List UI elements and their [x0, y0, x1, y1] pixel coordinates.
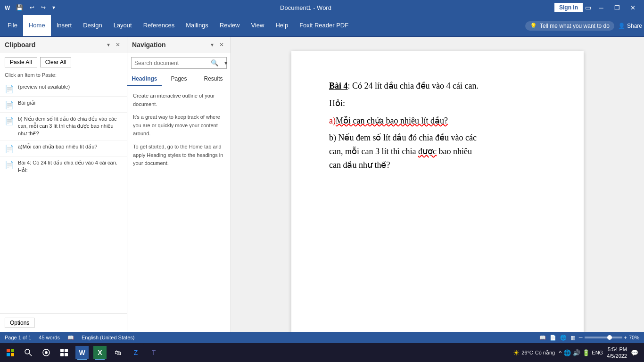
taskbar: W X 🛍 Z T ☀ 26°C Có nắng ^ 🌐 🔊 🔋 ENG 5:5…: [0, 343, 644, 362]
zoom-taskbar-app[interactable]: Z: [127, 344, 144, 361]
tab-insert[interactable]: Insert: [51, 15, 78, 36]
tab-mailings[interactable]: Mailings: [180, 15, 214, 36]
close-button[interactable]: ✕: [626, 1, 640, 14]
doc-a-content: Mỗi can chứa bao nhiêu lít dầu?: [336, 116, 448, 125]
zoom-in-button[interactable]: +: [624, 335, 627, 340]
start-button[interactable]: [2, 344, 19, 361]
nav-content-line1: Create an interactive outline of your do…: [133, 92, 225, 108]
battery-icon[interactable]: 🔋: [582, 349, 590, 356]
spelling-icon[interactable]: 📖: [67, 335, 74, 341]
cortana-button[interactable]: [38, 344, 55, 361]
svg-text:W: W: [5, 5, 10, 11]
page-info[interactable]: Page 1 of 1: [5, 335, 31, 340]
notification-icon[interactable]: 💬: [631, 349, 638, 356]
svg-rect-5: [11, 353, 14, 356]
tell-me-label: Tell me what you want to do: [540, 23, 610, 29]
nav-expand-button[interactable]: ▾: [209, 41, 215, 49]
search-button[interactable]: 🔍: [208, 58, 222, 68]
tab-view[interactable]: View: [245, 15, 270, 36]
statusbar-right: 📖 📄 🌐 ▦ ─ + 70%: [539, 335, 639, 341]
clipboard-panel: Clipboard ▾ ✕ Paste All Clear All Click …: [0, 37, 127, 332]
focus-mode-icon[interactable]: ▦: [570, 335, 575, 341]
clipboard-close-button[interactable]: ✕: [114, 41, 122, 49]
tab-layout[interactable]: Layout: [108, 15, 138, 36]
read-mode-icon[interactable]: 📖: [539, 335, 546, 341]
clear-all-button[interactable]: Clear All: [40, 57, 72, 67]
word-count[interactable]: 45 words: [39, 335, 60, 340]
search-input[interactable]: [132, 58, 208, 68]
tab-results[interactable]: Results: [196, 73, 231, 86]
language-label[interactable]: ENG: [592, 350, 603, 355]
tab-pages[interactable]: Pages: [162, 73, 196, 86]
navigation-panel: Navigation ▾ ✕ 🔍 ▾ Headings Pages Result…: [127, 37, 231, 332]
tab-references[interactable]: References: [138, 15, 180, 36]
document-page[interactable]: Bài 4: Có 24 lít dầu chia đều vào 4 cái …: [291, 51, 584, 332]
clipboard-actions: Paste All Clear All: [0, 53, 127, 71]
paste-all-button[interactable]: Paste All: [5, 57, 37, 67]
word-taskbar-app[interactable]: W: [74, 344, 91, 361]
tab-foxit[interactable]: Foxit Reader PDF: [294, 15, 354, 36]
svg-rect-4: [7, 353, 10, 356]
redo-qat-button[interactable]: ↪: [39, 3, 48, 12]
search-taskbar-button[interactable]: [20, 344, 37, 361]
clipboard-item-icon: 📄: [5, 144, 14, 153]
navigation-tabs: Headings Pages Results: [127, 73, 231, 86]
window-title: Document1 - Word: [280, 4, 331, 11]
clock-widget[interactable]: 5:54 PM 4/5/2022: [607, 346, 627, 360]
clipboard-items-list: 📄 (preview not available) 📄 Bài giải 📄 b…: [0, 81, 127, 313]
restore-button[interactable]: ❐: [610, 1, 624, 14]
excel-taskbar-app[interactable]: X: [91, 344, 108, 361]
svg-rect-12: [60, 353, 64, 356]
nav-close-button[interactable]: ✕: [217, 41, 226, 49]
clipboard-item-text: a)Mỗi can chứa bao nhiêu lít dầu?: [18, 143, 97, 150]
undo-qat-button[interactable]: ↩: [28, 3, 36, 12]
list-item[interactable]: 📄 b) Nếu đem số lít dầu đó chia đều vào …: [0, 113, 127, 140]
word-app-icon: W: [75, 346, 89, 359]
network-icon[interactable]: 🌐: [563, 349, 571, 356]
main-area: Clipboard ▾ ✕ Paste All Clear All Click …: [0, 37, 644, 332]
clipboard-panel-header: Clipboard ▾ ✕: [0, 37, 127, 53]
weather-widget[interactable]: ☀ 26°C Có nắng: [513, 348, 555, 357]
teams-taskbar-app[interactable]: T: [145, 344, 162, 361]
store-taskbar-app[interactable]: 🛍: [109, 344, 126, 361]
clipboard-item-icon: 📄: [5, 160, 14, 169]
tab-design[interactable]: Design: [77, 15, 107, 36]
tell-me-box[interactable]: 💡 Tell me what you want to do: [525, 21, 614, 31]
list-item[interactable]: 📄 (preview not available): [0, 81, 127, 97]
save-qat-button[interactable]: 💾: [14, 3, 25, 12]
share-button[interactable]: 👤 Share: [618, 23, 642, 29]
tab-headings[interactable]: Headings: [127, 73, 162, 86]
ribbon: File Home Insert Design Layout Reference…: [0, 15, 644, 37]
nav-content-line3: To get started, go to the Home tab and a…: [133, 143, 225, 168]
zoom-level[interactable]: 70%: [629, 335, 639, 340]
tab-review[interactable]: Review: [214, 15, 246, 36]
minimize-button[interactable]: ─: [594, 1, 608, 14]
chevron-up-icon[interactable]: ^: [559, 349, 561, 356]
svg-rect-3: [11, 349, 14, 352]
signin-button[interactable]: Sign in: [554, 3, 583, 12]
clipboard-item-icon: 📄: [5, 116, 14, 125]
web-layout-icon[interactable]: 🌐: [560, 335, 567, 341]
zoom-out-button[interactable]: ─: [579, 335, 583, 340]
clock-time: 5:54 PM: [607, 346, 627, 353]
volume-icon[interactable]: 🔊: [573, 349, 580, 356]
titlebar-left: W 💾 ↩ ↪ ▾: [4, 3, 57, 12]
clipboard-expand-button[interactable]: ▾: [105, 41, 112, 49]
tab-help[interactable]: Help: [270, 15, 294, 36]
language-indicator[interactable]: English (United States): [82, 335, 135, 340]
doc-a-label: a): [329, 116, 336, 125]
zoom-slider[interactable]: [585, 337, 622, 338]
excel-app-icon: X: [93, 346, 107, 359]
qat-dropdown-button[interactable]: ▾: [50, 3, 57, 12]
options-button[interactable]: Options: [5, 318, 34, 328]
ribbon-display-icon[interactable]: ▭: [585, 4, 592, 11]
print-layout-icon[interactable]: 📄: [550, 335, 556, 341]
list-item[interactable]: 📄 Bài giải: [0, 97, 127, 113]
list-item[interactable]: 📄 a)Mỗi can chứa bao nhiêu lít dầu?: [0, 140, 127, 156]
navigation-panel-header: Navigation ▾ ✕: [127, 37, 231, 53]
search-dropdown-button[interactable]: ▾: [222, 58, 231, 68]
list-item[interactable]: 📄 Bài 4: Có 24 lít dầu chia đều vào 4 cá…: [0, 156, 127, 177]
tab-file[interactable]: File: [2, 15, 23, 36]
task-view-button[interactable]: [56, 344, 73, 361]
tab-home[interactable]: Home: [23, 15, 51, 36]
